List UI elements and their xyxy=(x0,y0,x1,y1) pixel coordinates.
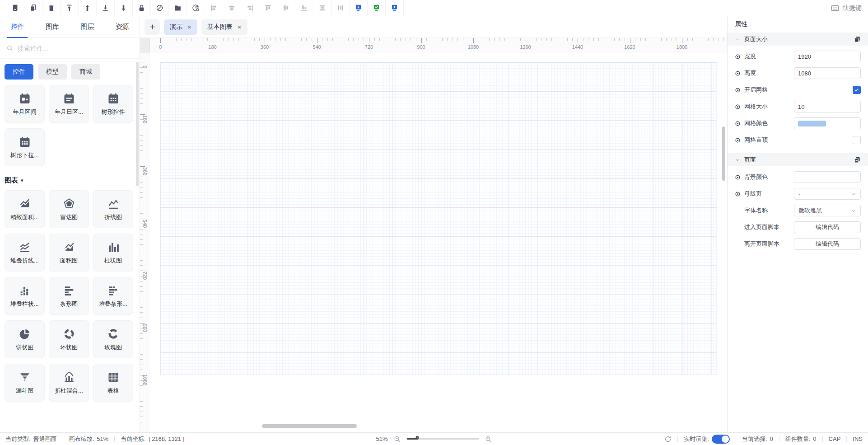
toolbar-distribute-horizontal-button[interactable] xyxy=(313,0,331,16)
widget-card[interactable]: 表格 xyxy=(93,364,133,402)
ruler-tick xyxy=(708,38,709,41)
color-input[interactable] xyxy=(794,117,861,129)
sidebar-tab-3[interactable]: 资源 xyxy=(105,16,140,37)
ruler-tick xyxy=(140,265,143,266)
widget-card[interactable]: 树形下拉... xyxy=(5,128,45,166)
toolbar-copy-button[interactable] xyxy=(24,0,42,16)
add-page-button[interactable] xyxy=(145,19,160,35)
sidebar-tab-0[interactable]: 控件 xyxy=(0,16,35,37)
toolbar-file-button[interactable] xyxy=(6,0,24,16)
property-control: - xyxy=(794,188,861,200)
design-canvas[interactable] xyxy=(160,62,717,375)
section-header-charts[interactable]: 图表▾ xyxy=(5,176,135,185)
widget-card[interactable]: 年月日区... xyxy=(49,85,89,123)
sidebar-tab-1[interactable]: 图库 xyxy=(35,16,70,37)
widget-card[interactable]: 饼状图 xyxy=(5,320,45,358)
select[interactable]: - xyxy=(794,188,861,200)
zoom-slider-knob[interactable] xyxy=(416,436,419,439)
widget-card[interactable]: 堆叠条形... xyxy=(93,277,133,315)
copy-section-icon[interactable] xyxy=(854,156,861,164)
widget-card[interactable]: 堆叠柱状... xyxy=(5,277,45,315)
toolbar-align-right-button[interactable] xyxy=(241,0,259,16)
ruler-tick xyxy=(567,38,568,41)
toolbar-add-chart-button[interactable] xyxy=(187,0,205,16)
toolbar-lock-button[interactable] xyxy=(133,0,151,16)
filter-button-2[interactable]: 商城 xyxy=(71,64,100,80)
copy-icon xyxy=(29,4,37,12)
widget-card[interactable]: 折柱混合... xyxy=(49,364,89,402)
filter-button-0[interactable]: 控件 xyxy=(5,64,33,80)
property-input[interactable] xyxy=(794,67,861,79)
widget-card[interactable]: 精致面积... xyxy=(5,190,45,228)
widget-card[interactable]: 柱状图 xyxy=(93,234,133,272)
widget-card[interactable]: 年月区间 xyxy=(5,85,45,123)
toolbar-folder-button[interactable] xyxy=(169,0,187,16)
edit-code-button[interactable]: 编辑代码 xyxy=(794,238,861,250)
widget-card[interactable]: 堆叠折线... xyxy=(5,234,45,272)
toolbar-move-down-button[interactable] xyxy=(115,0,133,16)
refresh-icon[interactable] xyxy=(664,436,672,443)
widget-card[interactable]: 环状图 xyxy=(49,320,89,358)
close-tab-icon[interactable]: × xyxy=(187,23,191,30)
property-input[interactable] xyxy=(794,51,861,62)
filter-button-1[interactable]: 模型 xyxy=(38,64,67,80)
widget-card[interactable]: 树形控件 xyxy=(93,85,133,123)
ruler-tick xyxy=(140,192,143,193)
ruler-tick xyxy=(374,38,375,41)
checkbox[interactable] xyxy=(853,136,861,144)
toolbar-move-up-button[interactable] xyxy=(79,0,97,16)
components-label: 组件数量: xyxy=(785,435,811,443)
shortcuts-button[interactable]: 快捷键 xyxy=(831,4,862,13)
zoom-slider[interactable] xyxy=(407,438,479,440)
realtime-toggle[interactable] xyxy=(712,435,730,444)
ruler-tick xyxy=(510,38,510,41)
property-input[interactable] xyxy=(794,171,861,183)
toolbar-monitor-download-button[interactable] xyxy=(386,0,404,16)
sidebar-tab-2[interactable]: 图层 xyxy=(70,16,105,37)
select[interactable]: 微软雅黑 xyxy=(794,205,861,216)
section-header[interactable]: 页面大小 xyxy=(728,33,868,46)
toolbar-monitor-chart-button[interactable] xyxy=(368,0,386,16)
canvas-horizontal-scrollbar[interactable] xyxy=(262,424,357,428)
checkbox[interactable] xyxy=(853,86,861,94)
ruler-tick xyxy=(140,286,143,287)
zoom-in-icon[interactable] xyxy=(485,436,492,443)
toolbar-align-bottom-button[interactable] xyxy=(295,0,313,16)
ruler-tick xyxy=(280,38,281,41)
toolbar-distribute-vertical-button[interactable] xyxy=(331,0,350,16)
property-input[interactable] xyxy=(794,101,861,112)
toolbar-move-top-button[interactable] xyxy=(61,0,79,16)
toolbar-move-bottom-button[interactable] xyxy=(97,0,115,16)
widget-card[interactable]: 玫瑰图 xyxy=(93,320,133,358)
ruler-tick xyxy=(140,344,143,344)
close-tab-icon[interactable]: × xyxy=(238,23,242,30)
toolbar-delete-button[interactable] xyxy=(42,0,61,16)
page-tab-0[interactable]: 演示× xyxy=(164,19,197,35)
toolbar-align-vcenter-button[interactable] xyxy=(223,0,241,16)
section-header[interactable]: 页面 xyxy=(728,153,868,166)
widget-label: 环状图 xyxy=(60,343,78,351)
toggle-knob xyxy=(722,436,729,443)
edit-code-button[interactable]: 编辑代码 xyxy=(794,221,861,233)
page-tab-1[interactable]: 基本图表× xyxy=(201,19,247,35)
ruler-tick xyxy=(390,38,390,41)
toolbar-align-top-button[interactable] xyxy=(259,0,277,16)
ruler-tick xyxy=(572,38,573,41)
zoom-out-icon[interactable] xyxy=(394,436,401,443)
property-section-1: 页面背景颜色母版页-字体名称微软雅黑进入页面脚本编辑代码离开页面脚本编辑代码 xyxy=(728,153,868,250)
widget-card[interactable]: 漏斗图 xyxy=(5,364,45,402)
widget-card[interactable]: 面积图 xyxy=(49,234,89,272)
toolbar-align-left-button[interactable] xyxy=(205,0,223,16)
canvas-vertical-scrollbar[interactable] xyxy=(722,126,725,181)
search-input[interactable] xyxy=(18,45,133,52)
toolbar-align-hcenter-button[interactable] xyxy=(277,0,295,16)
widget-card[interactable]: 折线图 xyxy=(93,190,133,228)
toolbar-hide-button[interactable] xyxy=(151,0,169,16)
widget-card[interactable]: 条形图 xyxy=(49,277,89,315)
ruler-tick xyxy=(322,38,322,41)
toolbar-preview-button[interactable] xyxy=(350,0,368,16)
ruler-tick xyxy=(285,38,286,41)
sidebar-scrollbar[interactable] xyxy=(136,62,139,186)
copy-section-icon[interactable] xyxy=(854,36,861,43)
widget-card[interactable]: 雷达图 xyxy=(49,190,89,228)
